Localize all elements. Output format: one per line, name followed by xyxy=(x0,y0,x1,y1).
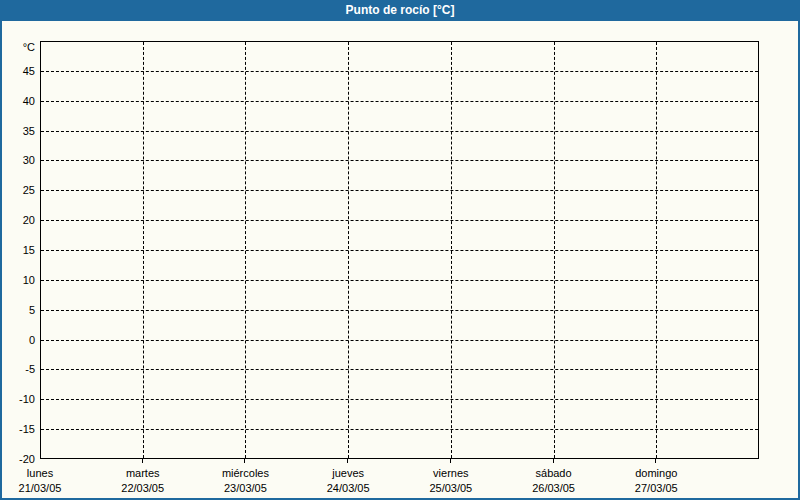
gridline-horizontal xyxy=(41,220,758,221)
y-axis-label: 40 xyxy=(2,94,35,108)
y-axis-unit-label: °C xyxy=(2,40,35,54)
y-axis-label: 10 xyxy=(2,273,35,287)
y-axis-label: 0 xyxy=(2,333,35,347)
gridline-horizontal xyxy=(41,280,758,281)
gridline-vertical xyxy=(348,42,349,458)
gridline-vertical xyxy=(245,42,246,458)
y-axis-label: 45 xyxy=(2,64,35,78)
gridline-horizontal xyxy=(41,399,758,400)
y-axis-label: 30 xyxy=(2,153,35,167)
gridline-vertical xyxy=(656,42,657,458)
y-axis-label: 15 xyxy=(2,243,35,257)
chart-title-bar: Punto de rocío [°C] xyxy=(0,0,800,21)
gridline-horizontal xyxy=(41,160,758,161)
gridline-horizontal xyxy=(41,369,758,370)
gridline-horizontal xyxy=(41,101,758,102)
x-axis-tick xyxy=(244,459,245,463)
y-axis-label: -20 xyxy=(2,452,35,466)
gridline-horizontal xyxy=(41,429,758,430)
x-axis-tick xyxy=(655,459,656,463)
x-axis-tick xyxy=(142,459,143,463)
y-axis-label: 35 xyxy=(2,124,35,138)
x-axis-day-label: domingo xyxy=(596,466,716,480)
x-axis-tick xyxy=(347,459,348,463)
gridline-horizontal xyxy=(41,310,758,311)
y-axis-label: -5 xyxy=(2,362,35,376)
y-axis-label: 5 xyxy=(2,303,35,317)
plot-area xyxy=(40,41,759,459)
gridline-horizontal xyxy=(41,190,758,191)
y-axis-label: -15 xyxy=(2,422,35,436)
gridline-vertical xyxy=(554,42,555,458)
y-axis-label: 25 xyxy=(2,183,35,197)
chart-widget: Punto de rocío [°C] 454035302520151050-5… xyxy=(0,0,800,500)
x-axis-tick xyxy=(450,459,451,463)
gridline-vertical xyxy=(451,42,452,458)
chart-title: Punto de rocío [°C] xyxy=(346,3,455,17)
x-axis-date-label: 27/03/05 xyxy=(596,481,716,495)
y-axis-label: 20 xyxy=(2,213,35,227)
gridline-vertical xyxy=(143,42,144,458)
gridline-horizontal xyxy=(41,71,758,72)
gridline-horizontal xyxy=(41,250,758,251)
gridline-horizontal xyxy=(41,340,758,341)
gridline-horizontal xyxy=(41,131,758,132)
x-axis-tick xyxy=(553,459,554,463)
y-axis-label: -10 xyxy=(2,392,35,406)
